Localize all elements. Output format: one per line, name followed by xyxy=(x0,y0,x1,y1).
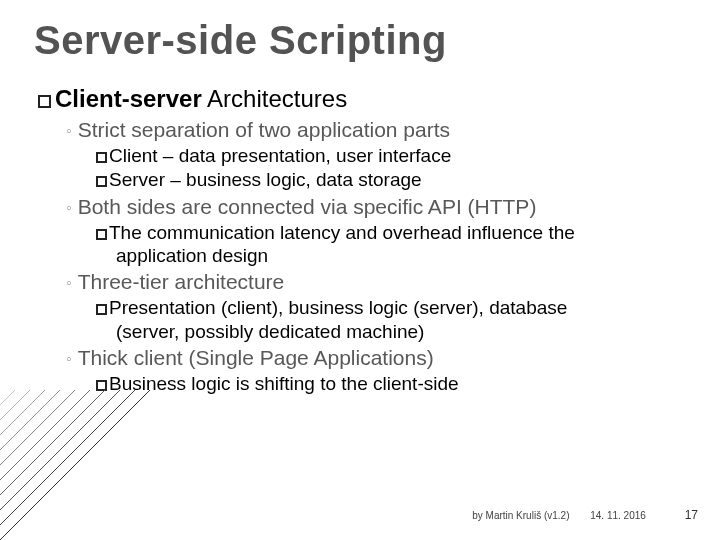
diamond-bullet-icon: ◦ xyxy=(66,122,72,139)
bullet-2-text: Both sides are connected via specific AP… xyxy=(78,195,537,218)
diamond-bullet-icon: ◦ xyxy=(66,350,72,367)
bullet-1-sub-1-text: Client – data presentation, user interfa… xyxy=(109,145,451,166)
bullet-3: ◦Three-tier architecture xyxy=(66,269,692,295)
bullet-1: ◦Strict separation of two application pa… xyxy=(66,117,692,143)
bullet-4-sub-1: Business logic is shifting to the client… xyxy=(96,372,692,395)
svg-line-7 xyxy=(0,390,45,505)
svg-line-6 xyxy=(0,390,60,520)
bullet-1-sub-2: Server – business logic, data storage xyxy=(96,168,692,191)
diamond-bullet-icon: ◦ xyxy=(66,274,72,291)
footer-page-number: 17 xyxy=(685,508,698,522)
footer-date: 14. 11. 2016 xyxy=(590,510,646,521)
svg-line-9 xyxy=(0,390,15,475)
bullet-2-sub-1-cont: application design xyxy=(116,244,692,267)
slide: Server-side Scripting Client-server Arch… xyxy=(0,0,720,540)
bullet-3-sub-1-cont: (server, possibly dedicated machine) xyxy=(116,320,692,343)
footer-author: by Martin Kruliš (v1.2) xyxy=(472,510,569,521)
diamond-bullet-icon: ◦ xyxy=(66,199,72,216)
section-rest: Architectures xyxy=(202,85,347,112)
bullet-1-text: Strict separation of two application par… xyxy=(78,118,450,141)
bullet-1-sub-1: Client – data presentation, user interfa… xyxy=(96,144,692,167)
square-bullet-icon xyxy=(96,152,107,163)
bullet-3-sub-1: Presentation (client), business logic (s… xyxy=(96,296,692,319)
svg-line-8 xyxy=(0,390,30,490)
square-bullet-icon xyxy=(96,229,107,240)
slide-title: Server-side Scripting xyxy=(34,18,692,63)
square-bullet-icon xyxy=(38,95,51,108)
bullet-3-sub-1a-text: Presentation (client), business logic (s… xyxy=(109,297,567,318)
square-bullet-icon xyxy=(96,304,107,315)
bullet-2: ◦Both sides are connected via specific A… xyxy=(66,194,692,220)
square-bullet-icon xyxy=(96,176,107,187)
square-bullet-icon xyxy=(96,380,107,391)
footer: by Martin Kruliš (v1.2) 14. 11. 2016 17 xyxy=(0,508,720,522)
bullet-4-text: Thick client (Single Page Applications) xyxy=(78,346,434,369)
bullet-4-sub-1-text: Business logic is shifting to the client… xyxy=(109,373,459,394)
section-heading: Client-server Architectures xyxy=(38,85,692,113)
bullet-1-sub-2-text: Server – business logic, data storage xyxy=(109,169,422,190)
bullet-2-sub-1: The communication latency and overhead i… xyxy=(96,221,692,244)
bullet-2-sub-1a-text: The communication latency and overhead i… xyxy=(109,222,575,243)
bullet-3-text: Three-tier architecture xyxy=(78,270,285,293)
section-bold: Client-server xyxy=(55,85,202,112)
bullet-4: ◦Thick client (Single Page Applications) xyxy=(66,345,692,371)
